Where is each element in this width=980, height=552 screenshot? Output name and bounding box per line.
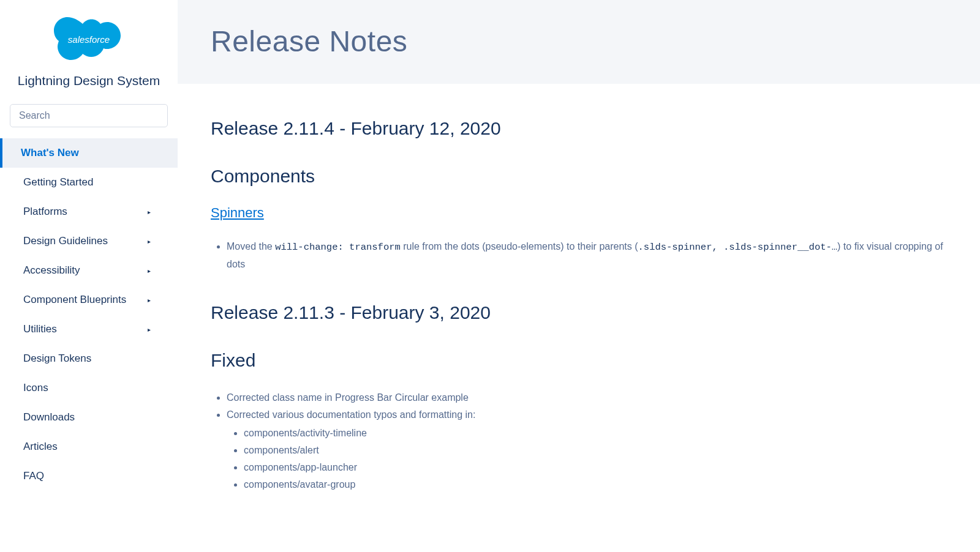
spinners-link[interactable]: Spinners — [211, 205, 264, 221]
sidebar-item-getting-started[interactable]: Getting Started — [0, 168, 178, 197]
page-title: Release Notes — [211, 24, 947, 58]
code-snippet: .slds-spinner, .slds-spinner__dot-… — [638, 242, 838, 253]
release-bullets: Corrected class name in Progress Bar Cir… — [211, 389, 947, 493]
sidebar-item-accessibility[interactable]: Accessibility▸ — [0, 256, 178, 285]
release-bullets: Moved the will-change: transform rule fr… — [211, 238, 947, 273]
chevron-right-icon: ▸ — [148, 238, 151, 245]
nested-list: components/activity-timelinecomponents/a… — [227, 425, 947, 493]
chevron-right-icon: ▸ — [148, 326, 151, 333]
search-input[interactable] — [10, 104, 168, 127]
sidebar-item-faq[interactable]: FAQ — [0, 461, 178, 491]
logo-area: salesforce Lightning Design System — [0, 0, 178, 104]
list-item: Corrected class name in Progress Bar Cir… — [227, 389, 947, 406]
search-wrap — [0, 104, 178, 138]
sidebar-item-label: Platforms — [23, 206, 67, 218]
content-body: Release 2.11.4 - February 12, 2020 Compo… — [178, 84, 980, 547]
chevron-right-icon: ▸ — [148, 267, 151, 274]
sidebar-item-label: Accessibility — [23, 264, 80, 277]
chevron-right-icon: ▸ — [148, 297, 151, 304]
sidebar-item-platforms[interactable]: Platforms▸ — [0, 197, 178, 226]
sidebar-item-label: Downloads — [23, 411, 75, 423]
section-heading: Components — [211, 166, 947, 187]
sidebar-item-label: FAQ — [23, 470, 44, 482]
sidebar-nav: What's NewGetting StartedPlatforms▸Desig… — [0, 138, 178, 491]
list-item: components/alert — [244, 442, 947, 459]
sidebar-item-label: Utilities — [23, 323, 57, 335]
sidebar-item-label: Design Tokens — [23, 352, 91, 365]
brand-title: Lightning Design System — [0, 73, 178, 88]
svg-text:salesforce: salesforce — [68, 34, 110, 45]
sidebar-item-label: What's New — [21, 147, 79, 159]
sidebar-item-component-blueprints[interactable]: Component Blueprints▸ — [0, 285, 178, 315]
list-item: components/app-launcher — [244, 459, 947, 476]
sidebar-item-label: Component Blueprints — [23, 294, 126, 306]
bullet-text: rule from the dots (pseudo-elements) to … — [401, 241, 638, 252]
sidebar-item-label: Design Guidelines — [23, 235, 108, 247]
page-header: Release Notes — [178, 0, 980, 84]
sidebar-item-what-s-new[interactable]: What's New — [0, 138, 178, 168]
list-item: Moved the will-change: transform rule fr… — [227, 238, 947, 273]
sidebar-item-design-tokens[interactable]: Design Tokens — [0, 344, 178, 373]
sidebar-item-icons[interactable]: Icons — [0, 373, 178, 403]
sidebar-item-label: Articles — [23, 441, 58, 453]
sidebar-item-design-guidelines[interactable]: Design Guidelines▸ — [0, 226, 178, 256]
list-item: Corrected various documentation typos an… — [227, 406, 947, 493]
bullet-text: Moved the — [227, 241, 275, 252]
list-item: components/activity-timeline — [244, 425, 947, 442]
list-item: components/avatar-group — [244, 476, 947, 493]
sidebar: salesforce Lightning Design System What'… — [0, 0, 178, 552]
salesforce-logo-icon: salesforce — [52, 15, 126, 62]
section-heading: Fixed — [211, 350, 947, 371]
sidebar-item-articles[interactable]: Articles — [0, 432, 178, 461]
chevron-right-icon: ▸ — [148, 209, 151, 215]
code-snippet: will-change: transform — [275, 242, 401, 253]
main-content: Release Notes Release 2.11.4 - February … — [178, 0, 980, 552]
release-heading: Release 2.11.4 - February 12, 2020 — [211, 118, 947, 139]
sidebar-item-downloads[interactable]: Downloads — [0, 403, 178, 432]
sidebar-item-label: Getting Started — [23, 176, 93, 188]
sidebar-item-label: Icons — [23, 382, 48, 394]
release-heading: Release 2.11.3 - February 3, 2020 — [211, 302, 947, 323]
sidebar-item-utilities[interactable]: Utilities▸ — [0, 315, 178, 344]
